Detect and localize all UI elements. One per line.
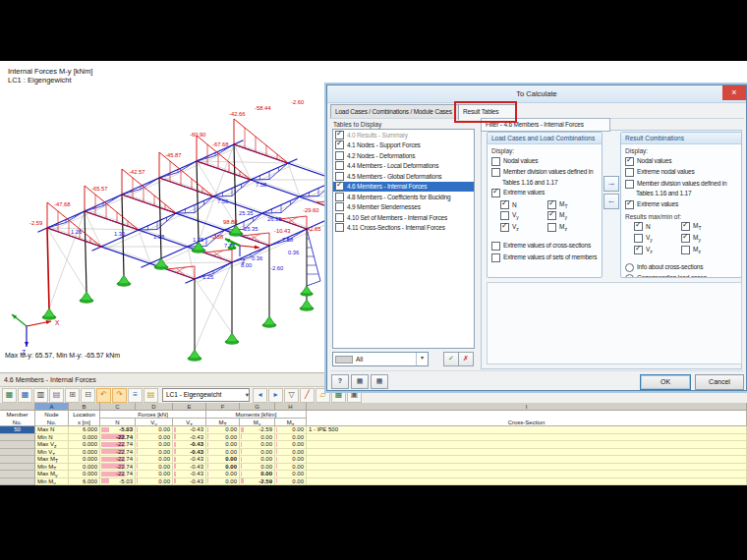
checkbox[interactable] bbox=[335, 161, 344, 170]
next-loadcase-icon[interactable]: ▸ bbox=[268, 388, 283, 403]
value-cell[interactable]: 0.00 bbox=[275, 471, 307, 478]
cross-section-cell[interactable] bbox=[307, 449, 747, 457]
checkbox-item[interactable]: Vy bbox=[634, 234, 681, 243]
value-cell[interactable]: 0.000 bbox=[69, 464, 100, 472]
cross-section-cell[interactable] bbox=[307, 471, 747, 478]
member-row-header[interactable]: 50 bbox=[0, 426, 35, 434]
checkbox-item[interactable]: My bbox=[681, 234, 728, 243]
checkbox[interactable] bbox=[335, 151, 344, 160]
value-cell[interactable]: 0.00 bbox=[136, 464, 173, 472]
value-cell[interactable]: 0.00 bbox=[275, 434, 307, 442]
radio-button[interactable] bbox=[625, 274, 634, 278]
column-letter[interactable]: D bbox=[136, 403, 173, 411]
close-icon[interactable]: × bbox=[722, 85, 746, 100]
export-table-icon[interactable]: ⊟ bbox=[81, 388, 95, 403]
checkbox[interactable] bbox=[634, 222, 643, 231]
cross-section-cell[interactable] bbox=[307, 434, 747, 442]
value-cell[interactable]: 0.00 bbox=[275, 426, 307, 434]
value-cell[interactable]: 6.000 bbox=[69, 426, 100, 434]
value-cell[interactable]: 0.00 bbox=[275, 478, 307, 486]
checkbox[interactable] bbox=[491, 189, 500, 197]
checkbox-item[interactable]: Extreme values bbox=[491, 189, 599, 197]
value-cell[interactable]: -0.43 bbox=[173, 464, 206, 472]
value-cell[interactable]: 0.00 bbox=[240, 464, 275, 472]
edit-pencil-icon[interactable]: ╱ bbox=[300, 388, 315, 403]
checkbox[interactable] bbox=[547, 223, 556, 232]
checkbox[interactable] bbox=[625, 168, 634, 177]
checkbox-item[interactable]: Vz bbox=[500, 223, 547, 232]
checkbox-item[interactable]: N bbox=[500, 200, 547, 209]
checkbox-item[interactable]: MT bbox=[681, 222, 728, 231]
select-all-tables-button[interactable]: ✓ bbox=[443, 352, 459, 366]
transfer-left-icon[interactable]: ← bbox=[603, 194, 619, 209]
value-cell[interactable]: 0.00 bbox=[206, 434, 240, 442]
checkbox-item[interactable]: Nodal values bbox=[491, 157, 599, 166]
checkbox[interactable] bbox=[335, 193, 344, 201]
checkbox[interactable] bbox=[681, 246, 690, 254]
member-row-header[interactable] bbox=[0, 471, 35, 478]
value-cell[interactable]: 0.00 bbox=[275, 449, 307, 457]
checkbox-item[interactable]: Extreme values bbox=[625, 200, 738, 209]
checkbox-item[interactable]: Vy bbox=[500, 211, 547, 220]
value-cell[interactable]: 0.00 bbox=[240, 449, 275, 457]
chevron-down-icon[interactable]: ▾ bbox=[246, 389, 249, 401]
value-cell[interactable]: 0.00 bbox=[240, 471, 275, 478]
cross-section-cell[interactable] bbox=[307, 478, 747, 486]
column-letter[interactable]: A bbox=[35, 403, 69, 411]
checkbox-item[interactable]: Extreme values of sets of members bbox=[491, 253, 599, 262]
value-cell[interactable]: 0.00 bbox=[206, 426, 240, 434]
extreme-type-cell[interactable]: Max N bbox=[35, 426, 69, 434]
radio-button[interactable] bbox=[625, 263, 634, 272]
checkbox[interactable] bbox=[335, 182, 344, 191]
value-cell[interactable]: -0.43 bbox=[173, 456, 206, 464]
checkbox[interactable] bbox=[500, 211, 509, 220]
cross-section-cell[interactable] bbox=[307, 464, 747, 472]
member-row-header[interactable] bbox=[0, 478, 35, 486]
tables-list-item[interactable]: 4.5 Members - Global Deformations bbox=[333, 171, 474, 182]
value-cell[interactable]: -2.59 bbox=[240, 478, 275, 486]
radio-item[interactable]: Corresponding load cases bbox=[625, 274, 738, 278]
tables-list-item[interactable]: 4.10 Set of Members - Internal Forces bbox=[333, 212, 474, 223]
checkbox-item[interactable]: Member division values defined in bbox=[625, 180, 738, 189]
checkbox[interactable] bbox=[335, 223, 344, 232]
transfer-right-icon[interactable]: → bbox=[603, 176, 619, 192]
checkbox[interactable] bbox=[491, 168, 500, 177]
cross-section-cell[interactable]: 1 - IPE 500 bbox=[307, 426, 747, 434]
value-cell[interactable]: -22.74 bbox=[100, 434, 136, 442]
value-cell[interactable]: 0.000 bbox=[69, 456, 100, 464]
value-cell[interactable]: 0.00 bbox=[136, 478, 173, 486]
value-cell[interactable]: 0.000 bbox=[69, 471, 100, 478]
redo-icon[interactable]: ↷ bbox=[112, 388, 127, 403]
value-cell[interactable]: -0.43 bbox=[173, 449, 206, 457]
tables-list-item[interactable]: 4.6 Members - Internal Forces bbox=[333, 182, 474, 193]
cross-section-cell[interactable] bbox=[307, 441, 747, 449]
checkbox-item[interactable]: Extreme values of cross-sections bbox=[491, 242, 599, 251]
check-tables-icon[interactable]: ▦ bbox=[351, 374, 369, 389]
checkbox[interactable] bbox=[500, 223, 509, 232]
value-cell[interactable]: 0.000 bbox=[69, 449, 100, 457]
value-cell[interactable]: 0.00 bbox=[136, 426, 173, 434]
checkbox-item[interactable]: Mz bbox=[547, 223, 595, 232]
uncheck-tables-icon[interactable]: ▦ bbox=[371, 374, 388, 389]
extreme-type-cell[interactable]: Max MT bbox=[35, 456, 69, 464]
checkbox-item[interactable]: Extreme nodal values bbox=[625, 168, 738, 177]
deselect-all-tables-button[interactable]: ✗ bbox=[458, 352, 474, 366]
checkbox[interactable] bbox=[634, 234, 643, 243]
checkbox[interactable] bbox=[681, 222, 690, 231]
value-cell[interactable]: -0.43 bbox=[173, 478, 206, 486]
column-letter[interactable]: I bbox=[307, 403, 747, 411]
value-cell[interactable]: -22.74 bbox=[100, 449, 136, 457]
value-cell[interactable]: 0.00 bbox=[136, 434, 173, 442]
value-cell[interactable]: 0.00 bbox=[206, 478, 240, 486]
value-cell[interactable]: -22.74 bbox=[100, 441, 136, 449]
checkbox[interactable] bbox=[491, 253, 500, 262]
value-cell[interactable]: 0.00 bbox=[136, 456, 173, 464]
tables-list-item[interactable]: 4.9 Member Slendernesses bbox=[333, 202, 474, 213]
checkbox-item[interactable]: N bbox=[634, 222, 681, 231]
member-row-header[interactable] bbox=[0, 434, 35, 442]
all-dropdown[interactable]: All ▾ bbox=[332, 352, 429, 366]
radio-item[interactable]: Info about cross-sections bbox=[625, 263, 738, 272]
extreme-type-cell[interactable]: Min N bbox=[35, 434, 69, 442]
value-cell[interactable]: -22.74 bbox=[100, 464, 136, 472]
checkbox[interactable] bbox=[681, 234, 690, 243]
